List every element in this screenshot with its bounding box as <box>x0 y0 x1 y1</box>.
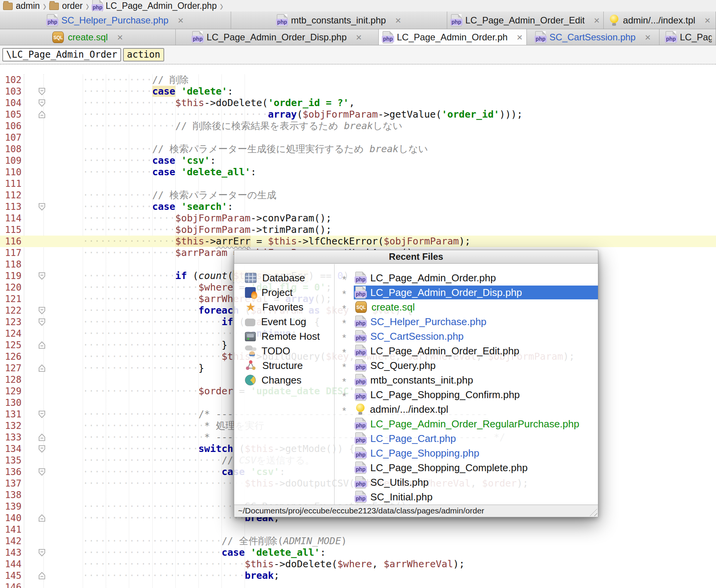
tool-window-item-changes[interactable]: Changes <box>234 373 334 387</box>
fold-collapse-icon[interactable] <box>38 549 45 558</box>
close-tab-icon[interactable]: × <box>395 15 401 25</box>
tab-sc-helper-purchase-php[interactable]: phpSC_Helper_Purchase.php× <box>0 12 231 29</box>
close-tab-icon[interactable]: × <box>704 15 710 25</box>
fold-end-icon[interactable] <box>38 572 45 581</box>
close-tab-icon[interactable]: × <box>517 32 523 42</box>
recent-file-item-admin-index-tpl[interactable]: *admin/.../index.tpl <box>335 402 598 417</box>
recent-file-label: LC_Page_Shopping_Confirm.php <box>370 389 520 401</box>
recent-file-item-lc-page-shopping-php[interactable]: phpLC_Page_Shopping.php <box>335 446 598 460</box>
recent-file-item-lc-page-admin-order-php[interactable]: *phpLC_Page_Admin_Order.php <box>335 271 598 285</box>
line-number: 144 <box>0 558 22 570</box>
modified-star-marker <box>335 437 354 440</box>
php-file-icon: php <box>355 491 366 503</box>
breadcrumb-item-lc-page-admin-order-php[interactable]: phpLC_Page_Admin_Order.php <box>92 0 217 12</box>
php-file-icon: php <box>355 389 366 401</box>
recent-file-label: SC_Helper_Purchase.php <box>370 316 486 328</box>
breadcrumb-chevron-icon: › <box>220 0 223 13</box>
line-number: 135 <box>0 455 22 466</box>
code-line-112: ············// 検索パラメーターの生成 <box>54 189 716 201</box>
recent-file-item-mtb-constants-init-php[interactable]: *phpmtb_constants_init.php <box>335 373 598 387</box>
recent-file-item-lc-page-admin-order-regularpurchase-php[interactable]: phpLC_Page_Admin_Order_RegularPurchase.p… <box>335 417 598 431</box>
recent-file-row-body: phpLC_Page_Admin_Order.php <box>354 271 598 285</box>
fold-collapse-icon[interactable] <box>38 307 45 316</box>
fold-end-icon[interactable] <box>38 341 45 350</box>
recent-file-item-lc-page-shopping-confirm-php[interactable]: *phpLC_Page_Shopping_Confirm.php <box>335 387 598 402</box>
line-number: 107 <box>0 132 22 143</box>
fold-end-icon[interactable] <box>38 111 45 120</box>
fold-end-icon[interactable] <box>38 364 45 374</box>
close-tab-icon[interactable]: × <box>356 32 362 42</box>
fold-collapse-icon[interactable] <box>38 318 45 327</box>
recent-file-label: SC_Utils.php <box>370 477 429 488</box>
code-line-115: ················$objFormParam->trimParam… <box>54 224 716 236</box>
line-number: 136 <box>0 466 22 478</box>
gutter-line-130: 130 <box>0 397 54 409</box>
fold-end-icon[interactable] <box>38 434 45 443</box>
recent-file-item-create-sql[interactable]: *SQLcreate.sql <box>335 300 598 314</box>
php-file-icon: php <box>383 31 393 43</box>
close-tab-icon[interactable]: × <box>594 15 599 25</box>
nav-chip-action[interactable]: action <box>123 48 164 61</box>
close-tab-icon[interactable]: × <box>645 32 651 42</box>
tab-mtb-constants-init-php[interactable]: phpmtb_constants_init.php× <box>231 12 447 29</box>
gutter-line-144: 144 <box>0 558 54 570</box>
tab-label: admin/.../index.tpl <box>623 15 695 26</box>
recent-file-item-sc-helper-purchase-php[interactable]: *phpSC_Helper_Purchase.php <box>335 314 598 329</box>
editor-gutter: 1021031041051061071081091101111121131141… <box>0 74 54 588</box>
recent-file-item-lc-page-shopping-complete-php[interactable]: phpLC_Page_Shopping_Complete.php <box>335 460 598 475</box>
nav-chip--lc-page-admin-order[interactable]: \LC_Page_Admin_Order <box>2 48 121 61</box>
tool-window-item-project[interactable]: Project <box>234 285 334 300</box>
tool-window-item-remote-host[interactable]: Remote Host <box>234 329 334 344</box>
recent-file-item-sc-initial-php[interactable]: phpSC_Initial.php <box>335 490 598 504</box>
fold-collapse-icon[interactable] <box>38 272 45 281</box>
fold-collapse-icon[interactable] <box>38 468 45 477</box>
code-line-141 <box>54 524 716 535</box>
code-line-113: ············case 'search': <box>54 201 716 213</box>
breadcrumb-item-admin[interactable]: admin <box>3 1 40 11</box>
tab-sc-cartsession-php[interactable]: phpSC_CartSession.php× <box>527 29 659 45</box>
code-editor[interactable]: 1021031041051061071081091101111121131141… <box>0 64 716 588</box>
tab-label: LC_Page_Admin_Order_Edit.php <box>465 15 584 26</box>
php-file-icon: php <box>355 418 366 430</box>
php-file-icon: php <box>355 330 366 342</box>
tool-window-item-todo[interactable]: TODO <box>234 344 334 358</box>
code-line-110: ············case 'delete_all': <box>54 166 716 178</box>
recent-file-row-body: phpSC_CartSession.php <box>354 329 598 343</box>
tool-window-item-event-log[interactable]: Event Log <box>234 314 334 329</box>
recent-file-item-sc-query-php[interactable]: *phpSC_Query.php <box>335 358 598 373</box>
recent-file-item-lc-page-cart-php[interactable]: phpLC_Page_Cart.php <box>335 431 598 446</box>
code-line-143: ························case 'delete_all… <box>54 547 716 558</box>
fold-collapse-icon[interactable] <box>38 88 45 97</box>
recent-file-item-lc-page-admin-order-edit-php[interactable]: *phpLC_Page_Admin_Order_Edit.php <box>335 344 598 358</box>
code-line-114: ················$objFormParam->convParam… <box>54 213 716 224</box>
recent-file-item-sc-utils-php[interactable]: phpSC_Utils.php <box>335 475 598 490</box>
fold-collapse-icon[interactable] <box>38 410 45 420</box>
recent-file-item-sc-cartsession-php[interactable]: *phpSC_CartSession.php <box>335 329 598 344</box>
tab-create-sql[interactable]: SQLcreate.sql× <box>0 29 176 45</box>
fold-collapse-icon[interactable] <box>38 99 45 108</box>
breadcrumb-item-order[interactable]: order <box>49 1 83 11</box>
code-line-102: ············// 削除 <box>54 74 716 86</box>
close-tab-icon[interactable]: × <box>178 15 183 25</box>
gutter-line-126: 126 <box>0 351 54 362</box>
tool-window-item-structure[interactable]: Structure <box>234 358 334 373</box>
tab-admin-index-tpl[interactable]: admin/.../index.tpl× <box>604 12 716 29</box>
fold-end-icon[interactable] <box>38 514 45 523</box>
tab-lc-page-admin-order-disp-php[interactable]: phpLC_Page_Admin_Order_Disp.php× <box>176 29 379 45</box>
php-file-icon: php <box>355 476 366 488</box>
tool-window-item-favorites[interactable]: ★Favorites <box>234 300 334 314</box>
tool-window-label: Favorites <box>262 301 303 313</box>
recent-file-label: LC_Page_Admin_Order_RegularPurchase.php <box>370 418 579 430</box>
tab-label: create.sql <box>68 32 108 43</box>
database-tool-icon <box>245 273 256 283</box>
tab-label: LC_Page_Admin_Order_Disp.php <box>206 32 346 43</box>
structure-navigation-bar: \LC_Page_Admin_Orderaction <box>0 45 716 64</box>
fold-collapse-icon[interactable] <box>38 445 45 454</box>
close-tab-icon[interactable]: × <box>117 32 123 42</box>
recent-file-item-lc-page-admin-order-disp-php[interactable]: *phpLC_Page_Admin_Order_Disp.php <box>335 285 598 300</box>
fold-collapse-icon[interactable] <box>38 203 45 212</box>
tab-lc-page-admin-order-php[interactable]: phpLC_Page_Admin_Order.php× <box>379 29 527 45</box>
tool-window-item-database[interactable]: Database <box>234 271 334 285</box>
tab-lc-page-admin-order-edit-php[interactable]: phpLC_Page_Admin_Order_Edit.php× <box>447 12 604 29</box>
tab-lc-page-shopping-php[interactable]: phpLC_Page_Shopping.php <box>659 29 716 45</box>
